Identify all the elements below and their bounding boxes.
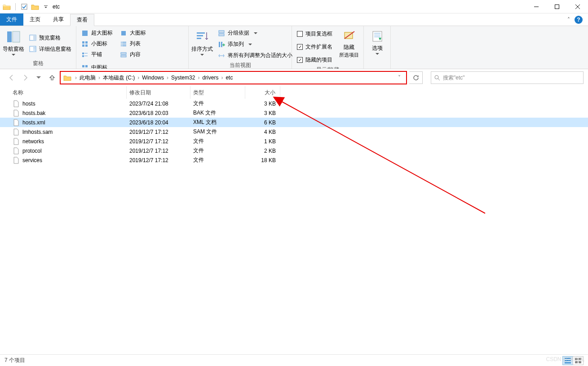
file-row[interactable]: protocol2019/12/7 17:12文件2 KB	[0, 146, 588, 155]
chevron-down-icon	[376, 53, 379, 55]
nav-row: › 此电脑›本地磁盘 (C:)›Windows›System32›drivers…	[0, 69, 588, 86]
breadcrumb-segment[interactable]: etc	[224, 75, 234, 81]
watermark: CSDN @琳玥视	[546, 356, 584, 363]
view-content[interactable]: 内容	[118, 49, 148, 60]
hidden-items-toggle[interactable]: 隐藏的项目	[295, 55, 335, 65]
qat-checkbox-icon[interactable]	[19, 2, 29, 12]
file-name: protocol	[22, 148, 42, 154]
file-date: 2023/6/18 20:04	[127, 119, 190, 126]
svg-rect-5	[33, 35, 36, 40]
breadcrumb-segment[interactable]: Windows	[140, 75, 166, 81]
tab-file[interactable]: 文件	[0, 13, 23, 26]
back-button[interactable]	[6, 72, 17, 83]
chevron-down-icon	[12, 54, 15, 56]
breadcrumb-segment[interactable]: 本地磁盘 (C:)	[101, 74, 137, 82]
svg-rect-29	[85, 65, 88, 67]
menu-tabs: 文件 主页 共享 查看 ˄ ?	[0, 13, 588, 26]
svg-rect-25	[122, 45, 126, 46]
address-dropdown-icon[interactable]: ˅	[394, 75, 404, 81]
file-type: XML 文档	[190, 119, 245, 126]
group-by-button[interactable]: 分组依据	[216, 28, 295, 38]
navigation-pane-button[interactable]: 导航窗格	[3, 28, 24, 59]
titlebar: etc	[0, 0, 588, 13]
file-row[interactable]: services2019/12/7 17:12文件18 KB	[0, 155, 588, 165]
breadcrumb-segment[interactable]: 此电脑	[78, 74, 97, 82]
column-header-date[interactable]: 修改日期	[127, 86, 190, 99]
svg-rect-27	[121, 55, 126, 57]
file-name: hosts	[22, 101, 35, 107]
file-size: 1 KB	[245, 138, 280, 145]
tab-view[interactable]: 查看	[70, 14, 94, 26]
autosize-columns-button[interactable]: 将所有列调整为合适的大小	[216, 50, 295, 61]
file-name: lmhosts.sam	[22, 129, 53, 135]
file-row[interactable]: hosts.xml2023/6/18 20:04XML 文档6 KB	[0, 118, 588, 127]
search-input[interactable]: 搜索"etc"	[431, 71, 584, 84]
svg-rect-12	[85, 41, 88, 44]
view-large-icons[interactable]: 大图标	[118, 28, 148, 38]
search-icon	[434, 75, 440, 81]
view-small-icons[interactable]: 小图标	[79, 39, 115, 49]
minimize-button[interactable]	[526, 0, 547, 13]
svg-rect-37	[219, 31, 224, 33]
file-name: services	[22, 157, 42, 163]
svg-rect-42	[373, 31, 382, 41]
file-type: 文件	[190, 100, 245, 107]
tab-share[interactable]: 共享	[47, 13, 70, 26]
svg-rect-39	[219, 42, 220, 47]
svg-point-43	[435, 75, 438, 79]
breadcrumb-separator: ›	[97, 75, 101, 81]
collapse-ribbon-icon[interactable]: ˄	[567, 17, 570, 23]
svg-rect-16	[84, 53, 88, 53]
window-title: etc	[51, 4, 60, 10]
refresh-button[interactable]	[409, 71, 423, 84]
hide-selected-button[interactable]: 隐藏 所选项目	[337, 28, 361, 65]
column-header-size[interactable]: 大小	[245, 86, 280, 99]
view-tiles[interactable]: 平铺	[79, 49, 115, 60]
preview-pane-button[interactable]: 预览窗格	[27, 33, 74, 43]
qat-folder-icon[interactable]	[30, 2, 40, 12]
breadcrumb-segment[interactable]: drivers	[200, 75, 220, 81]
sort-by-button[interactable]: 排序方式	[191, 28, 213, 61]
maximize-button[interactable]	[547, 0, 567, 13]
svg-rect-10	[82, 31, 88, 36]
svg-rect-28	[82, 65, 84, 67]
file-date: 2019/12/7 17:12	[127, 148, 190, 154]
item-checkboxes-toggle[interactable]: 项目复选框	[295, 29, 335, 39]
file-row[interactable]: networks2019/12/7 17:12文件1 KB	[0, 137, 588, 146]
svg-rect-8	[33, 49, 35, 49]
tab-home[interactable]: 主页	[23, 13, 47, 26]
view-medium-icons[interactable]: 中图标	[79, 62, 121, 69]
view-list[interactable]: 列表	[118, 39, 148, 49]
options-button[interactable]: 选项	[367, 28, 388, 60]
file-size: 4 KB	[245, 129, 280, 135]
file-size: 3 KB	[245, 101, 280, 107]
svg-rect-14	[85, 44, 88, 47]
up-button[interactable]	[47, 72, 57, 83]
view-extra-large-icons[interactable]: 超大图标	[79, 28, 115, 38]
svg-rect-22	[121, 44, 122, 44]
column-header-type[interactable]: 类型	[190, 86, 245, 99]
details-pane-button[interactable]: 详细信息窗格	[27, 44, 74, 54]
svg-rect-7	[33, 47, 35, 48]
svg-rect-2	[7, 31, 12, 42]
file-name: hosts.xml	[22, 119, 45, 126]
file-row[interactable]: hosts2023/7/24 21:08文件3 KB	[0, 99, 588, 108]
add-columns-button[interactable]: 添加列	[216, 39, 295, 49]
file-type: 文件	[190, 137, 245, 145]
file-date: 2019/12/7 17:12	[127, 157, 190, 163]
address-bar[interactable]: › 此电脑›本地磁盘 (C:)›Windows›System32›drivers…	[60, 71, 407, 84]
svg-rect-9	[33, 50, 35, 50]
recent-locations-button[interactable]	[33, 72, 44, 83]
qat-dropdown-icon[interactable]	[41, 2, 51, 12]
file-size: 3 KB	[245, 110, 280, 116]
file-size: 18 KB	[245, 157, 280, 163]
file-row[interactable]: lmhosts.sam2019/12/7 17:12SAM 文件4 KB	[0, 127, 588, 137]
close-button[interactable]	[567, 0, 588, 13]
column-header-name[interactable]: 名称	[10, 86, 127, 99]
breadcrumb-segment[interactable]: System32	[169, 75, 197, 81]
svg-rect-17	[82, 55, 84, 57]
help-button[interactable]: ?	[575, 16, 583, 24]
file-extensions-toggle[interactable]: 文件扩展名	[295, 42, 335, 52]
file-row[interactable]: hosts.bak2023/6/18 20:03BAK 文件3 KB	[0, 108, 588, 118]
forward-button[interactable]	[20, 72, 31, 83]
